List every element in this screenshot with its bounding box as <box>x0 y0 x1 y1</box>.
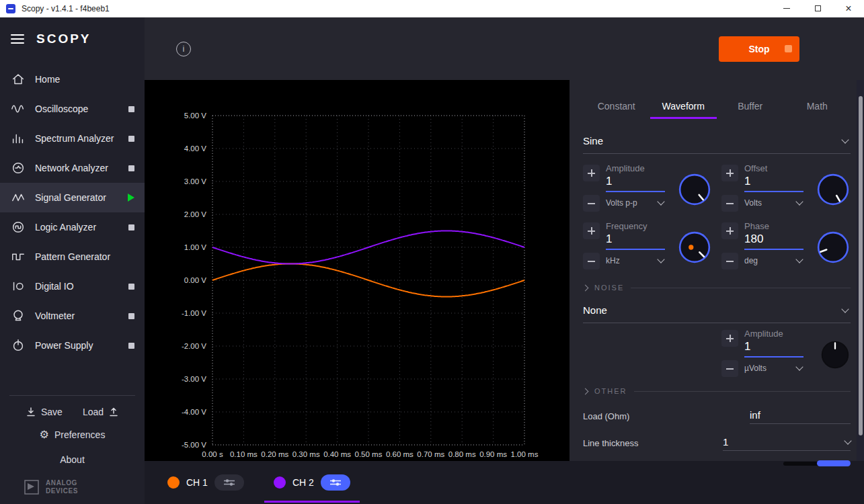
svg-text:-3.00 V: -3.00 V <box>182 375 206 383</box>
load-button[interactable]: Load <box>83 407 119 417</box>
stop-button[interactable]: Stop <box>719 36 799 62</box>
sidebar-item-signal-generator[interactable]: Signal Generator <box>0 183 145 212</box>
offset-knob[interactable] <box>816 172 851 207</box>
sliders-icon <box>329 478 342 487</box>
waveform-type-select[interactable]: Sine <box>583 128 851 154</box>
svg-text:-5.00 V: -5.00 V <box>182 441 206 449</box>
scrollbar-thumb[interactable] <box>859 96 863 435</box>
phase-unit-select[interactable]: deg <box>744 256 803 265</box>
stopped-indicator <box>128 165 134 171</box>
close-button[interactable] <box>833 0 864 17</box>
chevron-right-icon <box>582 388 589 394</box>
amplitude-decrement-button[interactable] <box>583 195 600 212</box>
logic-analyzer-icon <box>11 220 26 235</box>
tab-math[interactable]: Math <box>784 95 851 119</box>
sidebar-item-home[interactable]: Home <box>0 65 145 94</box>
offset-unit-select[interactable]: Volts <box>744 198 803 208</box>
sidebar-item-digital-io[interactable]: Digital IO <box>0 271 145 301</box>
svg-text:0.00 V: 0.00 V <box>184 276 207 284</box>
svg-text:5.00 V: 5.00 V <box>184 112 207 120</box>
sidebar-item-oscilloscope[interactable]: Oscilloscope <box>0 94 145 124</box>
instrument-toolbar: Stop <box>145 17 864 80</box>
save-icon <box>26 407 36 417</box>
about-button[interactable]: About <box>0 454 145 465</box>
offset-value-input[interactable]: 1 <box>744 173 803 192</box>
frequency-value-input[interactable]: 1 <box>606 231 665 250</box>
offset-decrement-button[interactable] <box>721 195 738 212</box>
sidebar-item-voltmeter[interactable]: Voltmeter <box>0 301 145 331</box>
sidebar-item-pattern-generator[interactable]: Pattern Generator <box>0 242 145 271</box>
pattern-generator-icon <box>11 249 26 264</box>
frequency-increment-button[interactable] <box>583 222 600 239</box>
amplitude-unit-select[interactable]: Volts p-p <box>606 198 665 208</box>
svg-text:4.00 V: 4.00 V <box>184 144 207 153</box>
sidebar-divider <box>9 395 135 396</box>
stopped-indicator <box>128 136 134 142</box>
frequency-knob[interactable] <box>677 230 712 265</box>
maximize-button[interactable] <box>802 0 833 17</box>
noise-amplitude-value-input[interactable]: 1 <box>744 339 803 358</box>
stopped-indicator <box>128 106 134 112</box>
save-button[interactable]: Save <box>26 407 63 417</box>
minimize-button[interactable] <box>771 0 802 17</box>
panel-scrollbar[interactable] <box>857 80 864 461</box>
active-channel-underline <box>264 501 360 503</box>
signal-plot: 5.00 V4.00 V3.00 V2.00 V1.00 V0.00 V-1.0… <box>145 80 570 461</box>
phase-increment-button[interactable] <box>721 222 738 239</box>
sidebar-item-network-analyzer[interactable]: Network Analyzer <box>0 153 145 183</box>
chevron-down-icon <box>841 305 849 312</box>
amplitude-increment-button[interactable] <box>583 165 600 181</box>
stopped-indicator <box>128 284 134 290</box>
stopped-indicator <box>128 224 134 230</box>
phase-label: Phase <box>744 221 803 231</box>
sidebar-item-spectrum-analyzer[interactable]: Spectrum Analyzer <box>0 124 145 153</box>
home-icon <box>11 72 26 87</box>
load-ohm-input[interactable]: inf <box>750 409 851 424</box>
phase-value-input[interactable]: 180 <box>744 231 803 250</box>
noise-amplitude-knob[interactable] <box>820 339 851 370</box>
menu-hamburger-icon[interactable] <box>11 34 24 44</box>
info-icon[interactable] <box>176 42 191 56</box>
spectrum-analyzer-icon <box>11 131 26 146</box>
offset-increment-button[interactable] <box>721 165 738 181</box>
channel-1-item[interactable]: CH 1 <box>158 461 253 504</box>
panel-resize-slider[interactable] <box>783 460 851 466</box>
waveform-mode-tabs: Constant Waveform Buffer Math <box>583 95 851 119</box>
sliders-icon <box>223 478 236 487</box>
tab-waveform[interactable]: Waveform <box>650 95 717 119</box>
analog-devices-logo: ANALOG DEVICES <box>23 478 145 496</box>
other-section-header[interactable]: OTHER <box>583 385 851 397</box>
slider-handle[interactable] <box>817 460 851 466</box>
amplitude-knob[interactable] <box>677 172 712 207</box>
noise-amplitude-control: Amplitude 1 µVolts <box>721 327 851 382</box>
running-indicator <box>128 194 134 202</box>
voltmeter-icon <box>11 308 26 323</box>
sidebar-item-power-supply[interactable]: Power Supply <box>0 331 145 360</box>
phase-decrement-button[interactable] <box>721 253 738 269</box>
noise-type-select[interactable]: None <box>583 298 851 323</box>
channel-2-item[interactable]: CH 2 <box>264 461 360 504</box>
gear-icon <box>40 428 49 441</box>
frequency-decrement-button[interactable] <box>583 253 600 269</box>
noise-amplitude-decrement-button[interactable] <box>721 360 738 377</box>
channel-2-settings-toggle[interactable] <box>321 474 350 491</box>
chevron-down-icon <box>657 255 664 263</box>
noise-amplitude-unit-select[interactable]: µVolts <box>744 364 803 373</box>
sidebar-item-logic-analyzer[interactable]: Logic Analyzer <box>0 212 145 242</box>
tab-buffer[interactable]: Buffer <box>717 95 784 119</box>
network-analyzer-icon <box>11 161 26 175</box>
preferences-button[interactable]: Preferences <box>0 428 145 441</box>
tab-constant[interactable]: Constant <box>583 95 650 119</box>
frequency-unit-select[interactable]: kHz <box>606 256 665 265</box>
svg-text:0.10 ms: 0.10 ms <box>230 450 258 458</box>
offset-label: Offset <box>744 163 803 173</box>
svg-text:0.70 ms: 0.70 ms <box>417 450 444 458</box>
channel-1-settings-toggle[interactable] <box>214 474 244 491</box>
svg-text:0.80 ms: 0.80 ms <box>448 450 476 458</box>
phase-knob[interactable] <box>816 230 851 265</box>
signal-generator-icon <box>11 190 26 205</box>
noise-section-header[interactable]: NOISE <box>583 282 851 294</box>
line-thickness-select[interactable]: 1 <box>723 436 851 451</box>
noise-amplitude-increment-button[interactable] <box>721 330 738 347</box>
amplitude-value-input[interactable]: 1 <box>606 173 665 192</box>
